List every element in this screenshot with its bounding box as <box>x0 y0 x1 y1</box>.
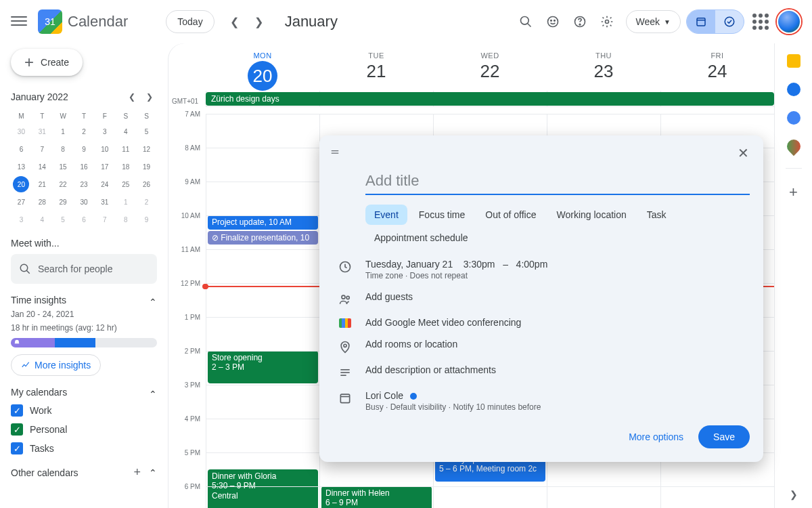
mini-day[interactable]: 11 <box>118 141 134 157</box>
search-icon[interactable] <box>512 8 539 35</box>
my-calendars-toggle[interactable]: My calendars <box>11 387 157 398</box>
settings-icon[interactable] <box>593 8 621 35</box>
mini-day[interactable]: 12 <box>139 141 155 157</box>
allday-event[interactable]: Zürich design days <box>206 92 774 106</box>
event-dinner-helen[interactable]: Dinner with Helen6 – 9 PM <box>321 486 432 508</box>
close-icon[interactable]: ✕ <box>732 142 754 164</box>
tasks-view-icon[interactable] <box>715 10 744 33</box>
day-header[interactable]: TUE21 <box>319 43 433 91</box>
checkbox-icon[interactable]: ✓ <box>11 442 23 454</box>
main-menu-icon[interactable] <box>11 14 27 30</box>
mini-day[interactable]: 29 <box>55 194 71 210</box>
tasks-icon[interactable] <box>787 83 800 96</box>
calendar-view-icon[interactable] <box>687 10 715 33</box>
mini-day[interactable]: 17 <box>97 158 113 175</box>
mini-day[interactable]: 5 <box>55 211 71 228</box>
mini-day[interactable]: 13 <box>13 158 29 175</box>
mini-day[interactable]: 23 <box>76 176 92 192</box>
day-header[interactable]: WED22 <box>433 43 547 91</box>
next-period-button[interactable]: ❯ <box>247 9 271 34</box>
day-header[interactable]: MON20 <box>206 43 319 91</box>
hide-panel-icon[interactable]: ❯ <box>790 489 798 500</box>
mini-day[interactable]: 16 <box>76 158 92 175</box>
event-title-input[interactable] <box>365 168 750 195</box>
calendar-personal[interactable]: ✓Personal <box>11 423 157 436</box>
event-project-update[interactable]: Project update, 10 AM <box>208 215 318 230</box>
mini-day[interactable]: 10 <box>97 141 113 157</box>
add-guests-button[interactable]: Add guests <box>365 291 750 302</box>
mini-day[interactable]: 4 <box>34 211 50 228</box>
mini-day[interactable]: 31 <box>34 123 50 140</box>
event-owner[interactable]: Lori Cole <box>365 390 403 401</box>
mini-day[interactable]: 1 <box>55 123 71 140</box>
mini-day[interactable]: 18 <box>118 158 134 175</box>
tab-task[interactable]: Task <box>638 205 675 225</box>
event-visibility[interactable]: Busy · Default visibility · Notify 10 mi… <box>365 402 750 412</box>
add-description-button[interactable]: Add description or attachments <box>365 364 750 375</box>
event-store-opening[interactable]: Store opening2 – 3 PM <box>208 351 318 383</box>
drag-handle-icon[interactable] <box>329 148 345 159</box>
mini-day[interactable]: 8 <box>118 211 134 228</box>
mini-day[interactable]: 28 <box>34 194 50 210</box>
mini-day[interactable]: 5 <box>139 123 155 140</box>
mini-day[interactable]: 2 <box>76 123 92 140</box>
mini-day[interactable]: 6 <box>76 211 92 228</box>
status-icon[interactable] <box>539 8 566 35</box>
event-date[interactable]: Tuesday, January 21 <box>365 259 453 270</box>
event-start-time[interactable]: 3:30pm <box>464 259 495 270</box>
mini-day[interactable]: 2 <box>139 194 155 210</box>
mini-day[interactable]: 3 <box>13 211 29 228</box>
today-button[interactable]: Today <box>166 10 214 33</box>
more-insights-button[interactable]: More insights <box>11 354 101 376</box>
mini-day[interactable]: 24 <box>97 176 113 192</box>
mini-day[interactable]: 30 <box>76 194 92 210</box>
keep-icon[interactable] <box>787 54 800 68</box>
add-location-button[interactable]: Add rooms or location <box>365 339 750 350</box>
event-finalize-presentation[interactable]: ⊘ Finalize presentation, 10 <box>208 231 318 245</box>
save-button[interactable]: Save <box>698 425 750 448</box>
mini-day[interactable]: 21 <box>34 176 50 192</box>
day-column[interactable]: Project update, 10 AM⊘ Finalize presenta… <box>206 114 319 508</box>
google-apps-icon[interactable] <box>752 14 769 30</box>
mini-day[interactable]: 6 <box>13 141 29 157</box>
mini-day[interactable]: 19 <box>139 158 155 175</box>
mini-day[interactable]: 26 <box>139 176 155 192</box>
checkbox-icon[interactable]: ✓ <box>11 404 23 417</box>
account-avatar[interactable] <box>777 9 801 34</box>
mini-day[interactable]: 22 <box>55 176 71 192</box>
mini-day[interactable]: 7 <box>97 211 113 228</box>
add-meet-button[interactable]: Add Google Meet video conferencing <box>365 317 750 328</box>
calendar-tasks[interactable]: ✓Tasks <box>11 442 157 454</box>
mini-calendar[interactable]: MTWTFSS303112345678910111213141516171819… <box>11 110 157 228</box>
mini-day[interactable]: 8 <box>55 141 71 157</box>
mini-day[interactable]: 1 <box>118 194 134 210</box>
tab-appointment-schedule[interactable]: Appointment schedule <box>365 228 477 248</box>
mini-day[interactable]: 27 <box>13 194 29 210</box>
checkbox-icon[interactable]: ✓ <box>11 423 23 436</box>
mini-day[interactable]: 9 <box>76 141 92 157</box>
tab-out-of-office[interactable]: Out of office <box>476 205 545 225</box>
mini-day[interactable]: 7 <box>34 141 50 157</box>
mini-day[interactable]: 25 <box>118 176 134 192</box>
layout-toggle[interactable] <box>686 9 744 34</box>
tab-working-location[interactable]: Working location <box>548 205 635 225</box>
help-icon[interactable] <box>566 8 593 35</box>
view-selector[interactable]: Week▼ <box>626 10 681 33</box>
mini-next-icon[interactable]: ❯ <box>142 89 157 104</box>
mini-day[interactable]: 14 <box>34 158 50 175</box>
tab-focus-time[interactable]: Focus time <box>410 205 474 225</box>
time-insights-toggle[interactable]: Time insights <box>11 295 157 305</box>
create-button[interactable]: +Create <box>11 49 83 76</box>
prev-period-button[interactable]: ❮ <box>223 9 247 34</box>
contacts-icon[interactable] <box>787 111 800 125</box>
more-options-button[interactable]: More options <box>619 425 693 448</box>
mini-day[interactable]: 30 <box>13 123 29 140</box>
tab-event[interactable]: Event <box>365 205 407 225</box>
calendar-work[interactable]: ✓Work <box>11 404 157 417</box>
get-addons-icon[interactable]: + <box>789 184 798 201</box>
mini-day[interactable]: 15 <box>55 158 71 175</box>
mini-day[interactable]: 31 <box>97 194 113 210</box>
maps-icon[interactable] <box>784 137 803 156</box>
event-tz-repeat[interactable]: Time zone · Does not repeat <box>365 271 750 280</box>
day-header[interactable]: FRI24 <box>660 43 774 91</box>
